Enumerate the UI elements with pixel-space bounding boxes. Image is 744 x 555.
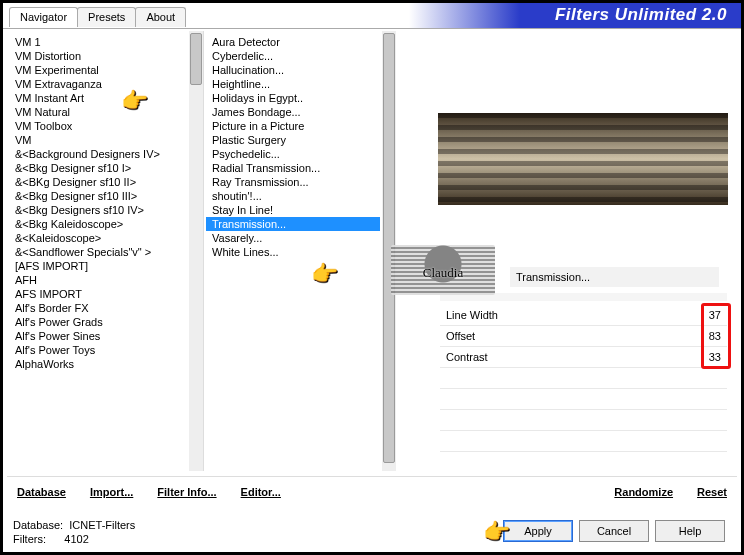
- list-item[interactable]: &<Background Designers IV>: [9, 147, 187, 161]
- list-item[interactable]: Stay In Line!: [206, 203, 380, 217]
- list-item[interactable]: Aura Detector: [206, 35, 380, 49]
- param-row-empty: [440, 452, 727, 472]
- scroll-thumb[interactable]: [190, 33, 202, 85]
- tabs: Navigator Presets About: [9, 7, 185, 27]
- list-item[interactable]: Hallucination...: [206, 63, 380, 77]
- list-item[interactable]: Radial Transmission...: [206, 161, 380, 175]
- category-list[interactable]: VM 1 VM Distortion VM Experimental VM Ex…: [7, 31, 203, 471]
- status: Database: ICNET-Filters Filters: 4102: [13, 518, 135, 546]
- watermark: Claudia: [391, 245, 495, 295]
- pointer-hand-icon: 👉: [121, 88, 165, 116]
- link-filterinfo[interactable]: Filter Info...: [157, 486, 216, 498]
- link-database[interactable]: Database: [17, 486, 66, 498]
- link-randomize[interactable]: Randomize: [614, 486, 673, 498]
- list-item[interactable]: White Lines...: [206, 245, 380, 259]
- apply-button[interactable]: Apply: [503, 520, 573, 542]
- tab-navigator[interactable]: Navigator: [9, 7, 78, 27]
- list-item-selected[interactable]: Transmission...: [206, 217, 380, 231]
- status-filters-label: Filters:: [13, 533, 46, 545]
- list-item[interactable]: shoutin'!...: [206, 189, 380, 203]
- status-filters-value: 4102: [64, 533, 88, 545]
- list-item[interactable]: AFH: [9, 273, 187, 287]
- param-row[interactable]: Offset 83: [440, 326, 727, 347]
- link-import[interactable]: Import...: [90, 486, 133, 498]
- param-row-empty: [440, 431, 727, 452]
- list-item[interactable]: Holidays in Egypt..: [206, 91, 380, 105]
- params: Line Width 37 Offset 83 Contrast 33: [440, 305, 727, 472]
- status-db-value: ICNET-Filters: [69, 519, 135, 531]
- list-item[interactable]: James Bondage...: [206, 105, 380, 119]
- cancel-button[interactable]: Cancel: [579, 520, 649, 542]
- list-item[interactable]: VM 1: [9, 35, 187, 49]
- list-item[interactable]: [AFS IMPORT]: [9, 259, 187, 273]
- list-item[interactable]: &<Bkg Kaleidoscope>: [9, 217, 187, 231]
- param-label: Contrast: [446, 351, 488, 363]
- param-row[interactable]: Line Width 37: [440, 305, 727, 326]
- list-item[interactable]: Picture in a Picture: [206, 119, 380, 133]
- list-item[interactable]: &<Sandflower Specials"v" >: [9, 245, 187, 259]
- watermark-text: Claudia: [391, 265, 495, 281]
- list-item[interactable]: VM Experimental: [9, 63, 187, 77]
- tab-presets[interactable]: Presets: [77, 7, 136, 27]
- current-filter-name: Transmission...: [516, 271, 590, 283]
- list-item[interactable]: Alf's Border FX: [9, 301, 187, 315]
- list-item[interactable]: Plastic Surgery: [206, 133, 380, 147]
- list-item[interactable]: &<Kaleidoscope>: [9, 231, 187, 245]
- param-label: Line Width: [446, 309, 498, 321]
- highlight-values-icon: [701, 303, 731, 369]
- list-item[interactable]: &<Bkg Designer sf10 III>: [9, 189, 187, 203]
- list-item[interactable]: AFS IMPORT: [9, 287, 187, 301]
- list-item[interactable]: &<Bkg Designer sf10 I>: [9, 161, 187, 175]
- param-label: Offset: [446, 330, 475, 342]
- list-item[interactable]: &<BKg Designer sf10 II>: [9, 175, 187, 189]
- list-item[interactable]: Alf's Power Grads: [9, 315, 187, 329]
- list-item[interactable]: Alf's Power Toys: [9, 343, 187, 357]
- list-item[interactable]: Heightline...: [206, 77, 380, 91]
- preview-image: [438, 113, 728, 205]
- link-reset[interactable]: Reset: [697, 486, 727, 498]
- list-item[interactable]: &<Bkg Designers sf10 IV>: [9, 203, 187, 217]
- window: Navigator Presets About Filters Unlimite…: [0, 0, 744, 555]
- help-button[interactable]: Help: [655, 520, 725, 542]
- list-item[interactable]: Psychedelic...: [206, 147, 380, 161]
- filter-name-row: Transmission...: [510, 267, 719, 287]
- filter-list[interactable]: Aura Detector Cyberdelic... Hallucinatio…: [204, 31, 396, 471]
- link-editor[interactable]: Editor...: [241, 486, 281, 498]
- list-item[interactable]: Ray Transmission...: [206, 175, 380, 189]
- param-row-empty: [440, 389, 727, 410]
- list-item[interactable]: Cyberdelic...: [206, 49, 380, 63]
- app-title: Filters Unlimited 2.0: [555, 5, 727, 25]
- list-item[interactable]: VM Toolbox: [9, 119, 187, 133]
- pointer-hand-icon: 👉: [483, 519, 510, 545]
- tab-about[interactable]: About: [135, 7, 186, 27]
- param-row[interactable]: Contrast 33: [440, 347, 727, 368]
- list-item[interactable]: AlphaWorks: [9, 357, 187, 371]
- status-db-label: Database:: [13, 519, 63, 531]
- pointer-hand-icon: 👉: [311, 261, 355, 289]
- titlebar: Navigator Presets About Filters Unlimite…: [3, 3, 741, 29]
- body: VM 1 VM Distortion VM Experimental VM Ex…: [7, 31, 737, 548]
- list-item[interactable]: VM Distortion: [9, 49, 187, 63]
- param-row-empty: [440, 410, 727, 431]
- bottom-bar: Database Import... Filter Info... Editor…: [7, 476, 737, 506]
- scrollbar[interactable]: [189, 31, 203, 471]
- dialog-buttons: Apply Cancel Help: [503, 520, 725, 542]
- list-item[interactable]: Vasarely...: [206, 231, 380, 245]
- param-row-empty: [440, 368, 727, 389]
- list-item[interactable]: VM: [9, 133, 187, 147]
- list-item[interactable]: Alf's Power Sines: [9, 329, 187, 343]
